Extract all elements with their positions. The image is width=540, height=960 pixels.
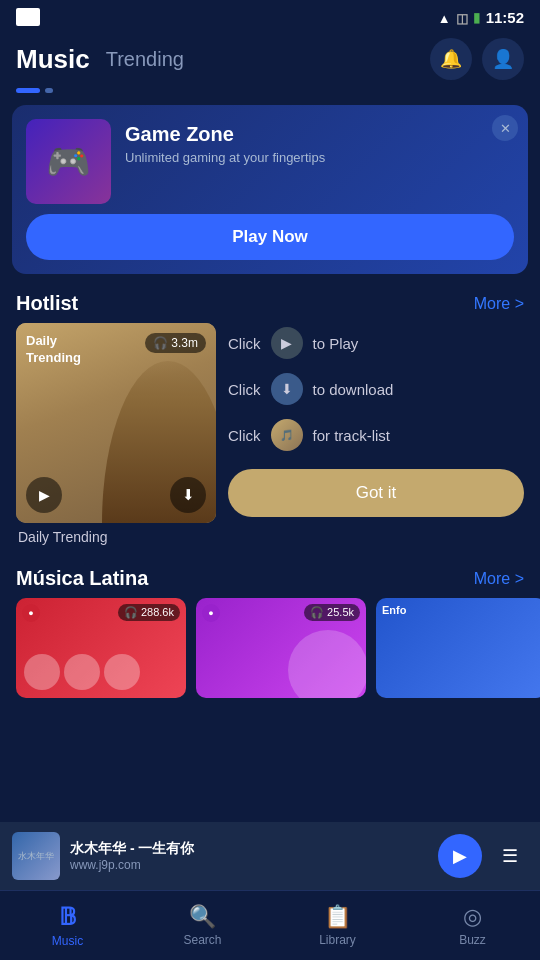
banner-text: Game Zone Unlimited gaming at your finge…	[125, 119, 325, 165]
bottom-nav: 𝔹 Music 🔍 Search 📋 Library ◎ Buzz	[0, 890, 540, 960]
instruction-for-tracklist: for track-list	[313, 427, 391, 444]
hotlist-more-link[interactable]: More >	[474, 295, 524, 313]
instruction-click-3: Click	[228, 427, 261, 444]
mini-player-list-button[interactable]: ☰	[492, 838, 528, 874]
banner: ✕ 🎮 Game Zone Unlimited gaming at your f…	[12, 105, 528, 274]
instruction-to-play: to Play	[313, 335, 359, 352]
bell-button[interactable]: 🔔	[430, 38, 472, 80]
header-tabs: Music Trending	[16, 44, 430, 75]
hotlist-title: Hotlist	[16, 292, 78, 315]
instructions-panel: Click ▶ to Play Click ⬇ to download Clic…	[228, 323, 524, 517]
musica-listen-1: 🎧 288.6k	[118, 604, 180, 621]
status-right: 11:52	[438, 9, 524, 26]
dot-2	[45, 88, 53, 93]
hotlist-download-button[interactable]: ⬇	[170, 477, 206, 513]
hotlist-content: DailyTrending 🎧 3.3m ▶ ⬇ Daily Trending …	[0, 323, 540, 545]
mini-player-url: www.j9p.com	[70, 858, 428, 872]
music-nav-label: Music	[52, 934, 83, 948]
got-it-button[interactable]: Got it	[228, 469, 524, 517]
banner-subtitle: Unlimited gaming at your fingertips	[125, 150, 325, 165]
search-nav-icon: 🔍	[189, 904, 216, 930]
mini-player: 水木年华 水木年华 - 一生有你 www.j9p.com ▶ ☰	[0, 822, 540, 890]
banner-top: 🎮 Game Zone Unlimited gaming at your fin…	[26, 119, 514, 204]
play-instruction-icon: ▶	[271, 327, 303, 359]
musica-card-1[interactable]: ● 🎧 288.6k	[16, 598, 186, 698]
nav-music[interactable]: 𝔹 Music	[0, 891, 135, 960]
play-now-button[interactable]: Play Now	[26, 214, 514, 260]
instruction-to-download: to download	[313, 381, 394, 398]
mini-player-info: 水木年华 - 一生有你 www.j9p.com	[70, 840, 428, 872]
listen-badge: 🎧 3.3m	[145, 333, 206, 353]
status-logo	[16, 8, 40, 26]
nav-library[interactable]: 📋 Library	[270, 891, 405, 960]
mini-player-title: 水木年华 - 一生有你	[70, 840, 428, 858]
banner-image: 🎮	[26, 119, 111, 204]
header-icons: 🔔 👤	[430, 38, 524, 80]
musica-cards: ● 🎧 288.6k ● 🎧 25.5k Enfo	[0, 598, 540, 698]
instruction-play: Click ▶ to Play	[228, 327, 524, 359]
wifi-icon	[438, 9, 451, 26]
status-time: 11:52	[486, 9, 524, 26]
musica-more-link[interactable]: More >	[474, 570, 524, 588]
header: Music Trending 🔔 👤	[0, 30, 540, 86]
nav-buzz[interactable]: ◎ Buzz	[405, 891, 540, 960]
instruction-tracklist: Click 🎵 for track-list	[228, 419, 524, 451]
dot-1	[16, 88, 40, 93]
status-bar: 11:52	[0, 0, 540, 30]
battery-icon	[473, 10, 480, 25]
download-instruction-icon: ⬇	[271, 373, 303, 405]
hotlist-card-label-overlay: DailyTrending	[26, 333, 81, 367]
musica-card-2[interactable]: ● 🎧 25.5k	[196, 598, 366, 698]
instruction-download: Click ⬇ to download	[228, 373, 524, 405]
instruction-click-2: Click	[228, 381, 261, 398]
search-nav-label: Search	[183, 933, 221, 947]
library-nav-label: Library	[319, 933, 356, 947]
mini-player-thumbnail: 水木年华	[12, 832, 60, 880]
signal-icon	[456, 9, 468, 26]
hotlist-play-button[interactable]: ▶	[26, 477, 62, 513]
library-nav-icon: 📋	[324, 904, 351, 930]
tab-trending[interactable]: Trending	[106, 48, 184, 71]
banner-close-button[interactable]: ✕	[492, 115, 518, 141]
musica-listen-2: 🎧 25.5k	[304, 604, 360, 621]
music-nav-icon: 𝔹	[59, 903, 77, 931]
banner-title: Game Zone	[125, 123, 325, 146]
musica-header: Música Latina More >	[0, 557, 540, 598]
profile-button[interactable]: 👤	[482, 38, 524, 80]
nav-search[interactable]: 🔍 Search	[135, 891, 270, 960]
musica-badge-1: ●	[22, 604, 40, 622]
musica-section: Música Latina More > ● 🎧 288.6k ● 🎧 25.5…	[0, 557, 540, 698]
mini-player-play-button[interactable]: ▶	[438, 834, 482, 878]
indicator-dots	[0, 86, 540, 101]
hotlist-card-title: Daily Trending	[16, 523, 216, 545]
musica-card-3[interactable]: Enfo	[376, 598, 540, 698]
hotlist-card-image: DailyTrending 🎧 3.3m ▶ ⬇	[16, 323, 216, 523]
tab-music[interactable]: Music	[16, 44, 90, 75]
status-icons	[438, 9, 480, 26]
buzz-nav-label: Buzz	[459, 933, 486, 947]
buzz-nav-icon: ◎	[463, 904, 482, 930]
musica-title: Música Latina	[16, 567, 148, 590]
tracklist-instruction-icon: 🎵	[271, 419, 303, 451]
instruction-click-1: Click	[228, 335, 261, 352]
hotlist-card: DailyTrending 🎧 3.3m ▶ ⬇ Daily Trending	[16, 323, 216, 545]
musica-badge-2: ●	[202, 604, 220, 622]
hotlist-header: Hotlist More >	[0, 282, 540, 323]
